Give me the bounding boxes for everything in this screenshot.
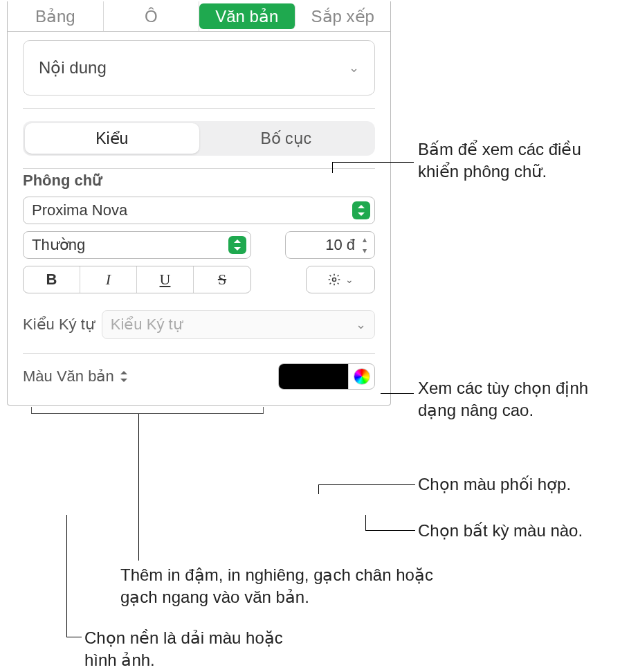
callout-bius: Thêm in đậm, in nghiêng, gạch chân hoặc … — [120, 564, 446, 609]
stepper-up-icon[interactable]: ▴ — [358, 235, 372, 244]
font-section-label: Phông chữ — [8, 169, 390, 197]
font-weight-select[interactable]: Thường — [23, 231, 251, 259]
tab-text[interactable]: Văn bản — [199, 3, 295, 29]
font-family-value: Proxima Nova — [32, 201, 127, 219]
callout-line — [138, 414, 139, 561]
callout-any-color: Chọn bất kỳ màu nào. — [418, 520, 619, 542]
text-color-well — [278, 363, 375, 390]
callout-matching-color: Chọn màu phối hợp. — [418, 473, 619, 496]
callout-line — [66, 515, 67, 637]
font-size-stepper[interactable]: 10 đ ▴ ▾ — [285, 231, 375, 259]
callout-line — [66, 637, 82, 637]
tab-cell[interactable]: Ô — [104, 1, 200, 31]
callout-line — [318, 484, 319, 494]
advanced-options-button[interactable]: ⌄ — [306, 266, 375, 293]
text-format-group: B I U S — [23, 266, 251, 293]
font-size-value: 10 đ — [325, 236, 355, 254]
callout-line — [318, 484, 415, 485]
italic-button[interactable]: I — [80, 266, 137, 293]
callout-line — [365, 515, 366, 530]
paragraph-style-select[interactable]: Nội dung ⌄ — [23, 40, 375, 96]
gear-icon — [327, 273, 341, 287]
callout-advanced: Xem các tùy chọn định dạng nâng cao. — [418, 377, 619, 422]
callout-bg: Chọn nền là dải màu hoặc hình ảnh. — [84, 627, 313, 672]
style-layout-segment: Kiểu Bố cục — [23, 121, 375, 156]
color-wheel-icon — [354, 368, 370, 385]
dropdown-icon — [352, 201, 370, 219]
callout-line — [365, 530, 415, 531]
strikethrough-button[interactable]: S — [194, 266, 250, 293]
char-style-label: Kiểu Ký tự — [23, 316, 95, 334]
callout-font-controls: Bấm để xem các điều khiển phông chữ. — [418, 138, 619, 183]
color-wheel-button[interactable] — [348, 364, 374, 389]
panel-tabs: Bảng Ô Văn bản Sắp xếp — [8, 1, 390, 32]
divider — [23, 108, 375, 109]
chevron-down-icon: ⌄ — [349, 60, 359, 75]
subtab-style[interactable]: Kiểu — [25, 123, 199, 154]
tab-arrange[interactable]: Sắp xếp — [295, 1, 391, 31]
callout-line — [381, 393, 414, 394]
underline-button[interactable]: U — [137, 266, 194, 293]
font-family-select[interactable]: Proxima Nova — [23, 197, 375, 224]
stepper-down-icon[interactable]: ▾ — [358, 246, 372, 255]
paragraph-style-value: Nội dung — [39, 58, 107, 78]
format-panel: Bảng Ô Văn bản Sắp xếp Nội dung ⌄ Kiểu B… — [7, 1, 391, 406]
chevron-down-icon: ⌄ — [345, 274, 354, 285]
callout-line — [332, 162, 414, 163]
svg-point-0 — [333, 278, 336, 282]
font-weight-value: Thường — [32, 236, 85, 254]
char-style-select[interactable]: Kiểu Ký tự ⌄ — [102, 310, 375, 339]
color-swatch[interactable] — [279, 364, 348, 389]
tab-table[interactable]: Bảng — [8, 1, 104, 31]
text-color-label: Màu Văn bản — [23, 367, 114, 385]
updown-icon[interactable] — [118, 370, 131, 383]
subtab-layout[interactable]: Bố cục — [199, 123, 374, 154]
bius-bracket — [31, 407, 264, 414]
callout-line — [332, 162, 333, 173]
dropdown-icon — [228, 236, 246, 254]
char-style-placeholder: Kiểu Ký tự — [111, 316, 183, 334]
bold-button[interactable]: B — [24, 266, 80, 293]
chevron-down-icon: ⌄ — [356, 317, 366, 332]
